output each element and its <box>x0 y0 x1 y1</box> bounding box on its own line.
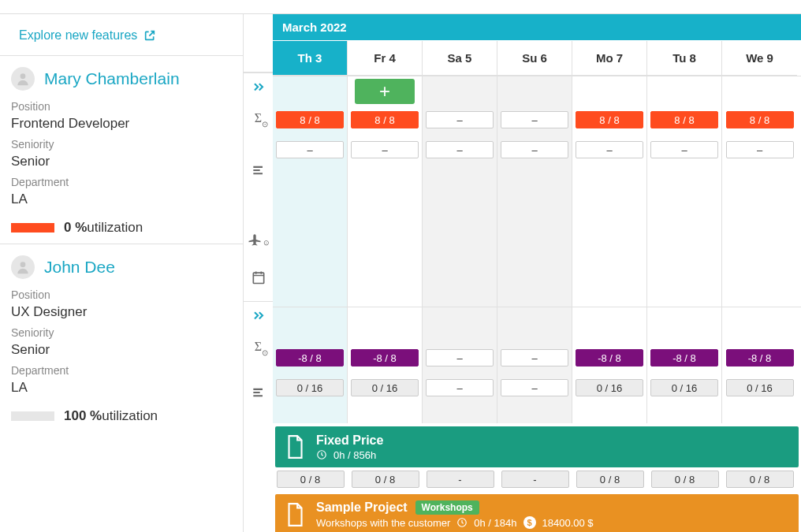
clock-icon <box>456 517 468 528</box>
allocation-cell[interactable]: – <box>276 141 344 158</box>
add-button[interactable]: + <box>355 79 415 104</box>
allocation-cell[interactable]: -8 / 8 <box>726 349 794 366</box>
department-label: Department <box>11 364 232 377</box>
allocation-cell[interactable]: 8 / 8 <box>726 111 794 128</box>
department-value: LA <box>11 192 232 207</box>
svg-point-1 <box>20 262 26 267</box>
person-card: Mary Chamberlain Position Frontend Devel… <box>0 55 243 244</box>
sum-icon[interactable]: Σ⊙ <box>244 103 273 133</box>
allocation-cell[interactable]: -8 / 8 <box>276 349 344 366</box>
project-title: Sample Project <box>316 500 408 515</box>
project-allocation-cell[interactable]: 0 / 8 <box>726 471 794 488</box>
day-header[interactable]: Sa 5 <box>423 41 497 76</box>
allocation-cell[interactable]: – <box>426 111 494 128</box>
avatar <box>11 255 35 279</box>
document-icon <box>285 434 305 459</box>
project-bar-sample-project[interactable]: Sample Project Workshops Workshops with … <box>275 494 799 532</box>
allocation-cell[interactable]: – <box>726 141 794 158</box>
project-allocation-cell[interactable]: - <box>501 471 569 488</box>
allocation-cell[interactable]: -8 / 8 <box>650 349 718 366</box>
external-link-icon <box>143 29 156 42</box>
day-header[interactable]: Su 6 <box>497 41 572 76</box>
day-header[interactable]: We 9 <box>722 41 797 76</box>
person-name-link[interactable]: Mary Chamberlain <box>44 69 180 88</box>
day-header[interactable]: Mo 7 <box>572 41 647 76</box>
allocation-cell[interactable]: – <box>501 111 568 128</box>
project-budget: 18400.00 $ <box>542 517 594 529</box>
allocation-cell[interactable]: 8 / 8 <box>351 111 419 128</box>
allocation-cell[interactable]: 8 / 8 <box>276 111 344 128</box>
allocation-cell[interactable]: 0 / 16 <box>726 379 794 396</box>
month-header: March 2022 <box>273 14 801 41</box>
person-name-link[interactable]: John Dee <box>44 258 115 277</box>
allocation-cell[interactable]: 8 / 8 <box>576 111 643 128</box>
row-actions-column: Σ⊙ ⊙ Σ⊙ <box>243 14 273 532</box>
allocation-cell[interactable]: 8 / 8 <box>650 111 718 128</box>
allocation-cell[interactable]: 0 / 16 <box>650 379 718 396</box>
project-title: Fixed Price <box>316 433 383 448</box>
allocation-cell[interactable]: – <box>576 141 643 158</box>
position-label: Position <box>11 100 232 113</box>
position-value: UX Designer <box>11 304 232 320</box>
day-header[interactable]: Fr 4 <box>348 41 423 76</box>
utilization-text: 100 %utilization <box>64 408 158 424</box>
seniority-label: Seniority <box>11 326 232 339</box>
allocation-cell[interactable]: – <box>426 141 494 158</box>
dollar-icon: $ <box>523 516 536 529</box>
expand-icon[interactable] <box>244 73 273 103</box>
allocation-cell[interactable]: 0 / 16 <box>276 379 344 396</box>
allocation-cell[interactable]: – <box>426 379 494 396</box>
allocation-cell[interactable]: – <box>426 349 494 366</box>
position-label: Position <box>11 288 232 301</box>
project-allocation-cell[interactable]: 0 / 8 <box>352 471 419 488</box>
department-label: Department <box>11 176 232 188</box>
list-icon[interactable] <box>244 155 273 185</box>
project-allocation-cell[interactable]: - <box>427 471 494 488</box>
seniority-value: Senior <box>11 342 232 358</box>
schedule-grid: March 2022 Th 3Fr 4Sa 5Su 6Mo 7Tu 8We 9 … <box>273 14 801 532</box>
project-allocation-cell[interactable]: 0 / 8 <box>277 471 345 488</box>
allocation-cell[interactable]: – <box>650 141 718 158</box>
seniority-label: Seniority <box>11 138 232 151</box>
seniority-value: Senior <box>11 154 232 169</box>
allocation-cell[interactable]: – <box>351 141 419 158</box>
project-tag: Workshops <box>415 500 479 515</box>
allocation-cell[interactable]: 0 / 16 <box>351 379 419 396</box>
explore-new-features-link[interactable]: Explore new features <box>0 14 243 55</box>
utilization-text: 0 %utilization <box>64 220 143 236</box>
person-card: John Dee Position UX Designer Seniority … <box>0 244 243 432</box>
project-hours: 0h / 856h <box>333 449 376 461</box>
clock-icon <box>316 449 327 460</box>
department-value: LA <box>11 380 232 396</box>
svg-rect-2 <box>253 273 263 283</box>
utilization-bar <box>11 223 54 233</box>
explore-label: Explore new features <box>19 28 137 43</box>
project-allocation-cell[interactable]: 0 / 8 <box>576 471 644 488</box>
allocation-cell[interactable]: -8 / 8 <box>576 349 643 366</box>
sum-icon[interactable]: Σ⊙ <box>244 332 273 362</box>
allocation-cell[interactable]: 0 / 16 <box>576 379 643 396</box>
day-header[interactable]: Th 3 <box>273 41 348 76</box>
project-hours: 0h / 184h <box>474 517 516 529</box>
allocation-cell[interactable]: – <box>501 379 568 396</box>
project-allocation-cell[interactable]: 0 / 8 <box>651 471 719 488</box>
avatar <box>11 67 35 91</box>
allocation-cell[interactable]: -8 / 8 <box>351 349 419 366</box>
project-subtitle: Workshops with the customer <box>316 517 450 529</box>
list-icon[interactable] <box>244 378 273 407</box>
sidebar: Explore new features Mary Chamberlain Po… <box>0 14 243 532</box>
allocation-cell[interactable]: – <box>501 349 568 366</box>
calendar-icon[interactable] <box>244 262 273 292</box>
document-icon <box>285 502 305 527</box>
plane-icon[interactable]: ⊙ <box>244 225 273 255</box>
svg-point-0 <box>20 73 26 79</box>
utilization-bar <box>11 411 54 421</box>
day-header[interactable]: Tu 8 <box>647 41 722 76</box>
allocation-cell[interactable]: – <box>501 141 568 158</box>
position-value: Frontend Developer <box>11 116 232 132</box>
project-bar-fixed-price[interactable]: Fixed Price 0h / 856h <box>275 426 799 467</box>
expand-icon[interactable] <box>244 302 273 332</box>
